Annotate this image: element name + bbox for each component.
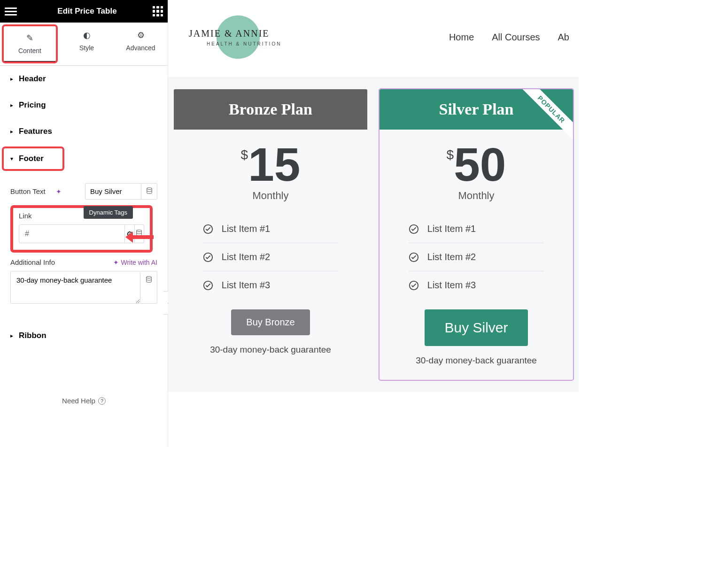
content-sections: ▸ Header ▸ Pricing ▸ Features ▾ Footer B…	[0, 66, 168, 349]
additional-info-textarea[interactable]	[10, 271, 140, 304]
silver-currency: $	[447, 147, 454, 162]
silver-card-wrap: Silver Plan $50 Monthly List Item #1 Lis…	[379, 89, 573, 380]
silver-amount: 50	[454, 138, 506, 191]
button-text-row: Button Text ✦	[10, 183, 157, 200]
bronze-price-block: $15 Monthly	[241, 130, 301, 205]
nav-about[interactable]: Ab	[558, 32, 569, 43]
list-item: List Item #2	[203, 243, 338, 271]
tab-content-label: Content	[18, 47, 41, 54]
button-text-label: Button Text	[10, 187, 53, 195]
button-text-input-wrap	[85, 183, 157, 200]
footer-controls: Button Text ✦ Dynamic Tags Link ⚙	[0, 173, 168, 308]
bronze-buy-button[interactable]: Buy Bronze	[231, 309, 310, 335]
panel-tabs: ✎ Content ◐ Style ⚙ Advanced	[0, 23, 168, 66]
link-control-highlighted: Dynamic Tags Link ⚙	[10, 205, 153, 253]
silver-price-block: $50 Monthly	[447, 130, 506, 205]
section-ribbon-label: Ribbon	[19, 331, 46, 340]
bronze-amount: 15	[248, 138, 300, 191]
list-item: List Item #3	[203, 271, 338, 299]
logo-title: JAMIE & ANNIE	[189, 28, 270, 39]
site-header: JAMIE & ANNIE HEALTH & NUTRITION Home Al…	[168, 0, 579, 74]
caret-right-icon: ▸	[10, 76, 13, 82]
button-text-input[interactable]	[85, 183, 141, 200]
caret-right-icon: ▸	[10, 102, 13, 108]
contrast-icon: ◐	[60, 30, 114, 40]
section-features-label: Features	[19, 127, 52, 136]
section-header-label: Header	[19, 74, 46, 84]
tab-advanced-label: Advanced	[126, 44, 155, 52]
check-circle-icon	[203, 280, 213, 291]
database-icon	[146, 276, 152, 285]
silver-period: Monthly	[447, 190, 506, 202]
ribbon-label: POPULAR	[517, 89, 573, 144]
caret-right-icon: ▸	[10, 128, 13, 135]
tab-style[interactable]: ◐ Style	[60, 23, 114, 65]
section-pricing-label: Pricing	[19, 100, 46, 110]
pricing-area: Bronze Plan $15 Monthly List Item #1 Lis…	[168, 77, 579, 392]
sparkle-icon: ✦	[113, 259, 119, 266]
nav-home[interactable]: Home	[449, 32, 474, 43]
section-features[interactable]: ▸ Features	[0, 118, 168, 145]
section-footer-label: Footer	[19, 154, 44, 163]
bronze-currency: $	[241, 147, 248, 162]
additional-info-dynamic-button[interactable]	[140, 271, 157, 304]
help-circle-icon: ?	[98, 397, 106, 405]
gear-icon: ⚙	[114, 30, 168, 40]
need-help-link[interactable]: Need Help ?	[0, 397, 168, 405]
bronze-card-wrap: Bronze Plan $15 Monthly List Item #1 Lis…	[174, 89, 367, 380]
additional-info-textarea-wrap	[10, 271, 157, 304]
bronze-card[interactable]: Bronze Plan $15 Monthly List Item #1 Lis…	[174, 89, 367, 380]
svg-point-0	[147, 187, 152, 189]
preview-canvas: JAMIE & ANNIE HEALTH & NUTRITION Home Al…	[168, 0, 579, 447]
section-header[interactable]: ▸ Header	[0, 66, 168, 92]
additional-info-label: Additional Info	[10, 258, 55, 266]
bronze-feature-list: List Item #1 List Item #2 List Item #3	[203, 215, 338, 299]
check-circle-icon	[203, 224, 213, 234]
check-circle-icon	[409, 280, 419, 291]
dynamic-tags-tooltip: Dynamic Tags	[84, 206, 133, 219]
site-logo[interactable]: JAMIE & ANNIE HEALTH & NUTRITION	[179, 11, 287, 63]
site-nav: Home All Courses Ab	[449, 32, 569, 43]
tab-style-label: Style	[79, 44, 94, 52]
apps-grid-icon[interactable]	[153, 6, 163, 16]
tab-content[interactable]: ✎ Content	[3, 25, 57, 62]
annotation-arrow-icon	[124, 229, 156, 246]
list-item: List Item #1	[409, 215, 544, 243]
caret-down-icon: ▾	[10, 155, 13, 162]
list-item: List Item #3	[409, 271, 544, 299]
svg-point-2	[146, 277, 151, 278]
additional-info-row: Additional Info ✦Write with AI	[10, 258, 157, 266]
link-input[interactable]	[19, 224, 125, 243]
panel-title: Edit Price Table	[22, 7, 153, 16]
tab-advanced[interactable]: ⚙ Advanced	[114, 23, 168, 65]
database-icon	[146, 187, 153, 196]
write-with-ai-link[interactable]: ✦Write with AI	[113, 259, 157, 266]
list-item: List Item #2	[409, 243, 544, 271]
section-ribbon[interactable]: ▸ Ribbon	[0, 323, 168, 349]
popular-ribbon: POPULAR	[517, 89, 573, 146]
editor-panel: Edit Price Table ✎ Content ◐ Style ⚙ Adv…	[0, 0, 168, 447]
section-footer[interactable]: ▾ Footer	[3, 147, 63, 170]
hamburger-menu-icon[interactable]	[5, 5, 17, 17]
check-circle-icon	[409, 252, 419, 262]
caret-right-icon: ▸	[10, 332, 13, 339]
button-text-dynamic-button[interactable]	[141, 183, 157, 200]
sparkle-icon[interactable]: ✦	[56, 188, 62, 195]
nav-all-courses[interactable]: All Courses	[492, 32, 540, 43]
section-pricing[interactable]: ▸ Pricing	[0, 92, 168, 118]
panel-header: Edit Price Table	[0, 0, 168, 23]
check-circle-icon	[409, 224, 419, 234]
pencil-icon: ✎	[3, 33, 57, 43]
bronze-title: Bronze Plan	[174, 89, 367, 130]
list-item: List Item #1	[203, 215, 338, 243]
silver-feature-list: List Item #1 List Item #2 List Item #3	[409, 215, 544, 299]
silver-buy-button[interactable]: Buy Silver	[425, 309, 527, 346]
logo-subtitle: HEALTH & NUTRITION	[207, 41, 281, 46]
bronze-guarantee: 30-day money-back guarantee	[210, 345, 331, 355]
check-circle-icon	[203, 252, 213, 262]
bronze-period: Monthly	[241, 190, 301, 202]
silver-guarantee: 30-day money-back guarantee	[416, 355, 537, 366]
